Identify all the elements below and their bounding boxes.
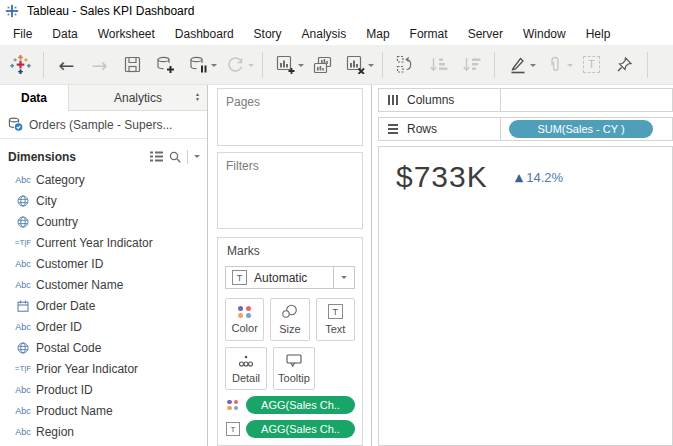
text-button[interactable]: T Text [316,298,355,341]
header-divider [187,150,188,164]
menu-worksheet[interactable]: Worksheet [88,24,165,44]
kpi-value: $733K [396,160,488,194]
rows-pill-sum-sales-cy[interactable]: SUM(Sales - CY ) [509,120,653,138]
sort-descending-icon[interactable] [455,50,488,80]
detail-button[interactable]: Detail [225,347,267,390]
run-auto-updates-caret-icon [248,64,254,70]
tooltip-icon [286,354,302,368]
filters-shelf[interactable]: Filters [217,152,363,229]
back-icon[interactable]: ← [50,50,83,80]
mark-type-dropdown[interactable]: T Automatic [225,266,355,289]
dimensions-menu-caret-icon[interactable] [194,155,200,161]
globe-icon [10,216,36,228]
title-bar: Tableau - Sales KPI Dashboard [0,0,673,22]
view-list-icon[interactable] [150,151,163,162]
toolbar-divider [647,52,648,78]
pane-expand-icon[interactable]: ▲▼ [195,92,200,102]
data-pane-tabs: Data Analytics ▲▼ [0,85,207,111]
color-button[interactable]: Color [225,298,264,341]
clear-sheet-caret-icon[interactable] [368,64,374,70]
marks-pill-row: AGG(Sales Ch.. [225,396,355,414]
kpi-delta: ▲ 14.2% [515,170,563,185]
worksheet-view[interactable]: $733K ▲ 14.2% [378,146,673,446]
rows-shelf-label: Rows [379,118,501,140]
menu-analysis[interactable]: Analysis [292,24,357,44]
marks-buttons-row-2: Detail Tooltip [225,347,355,390]
data-source-item[interactable]: Orders (Sample - Supers... [0,111,207,139]
globe-icon [10,195,36,207]
swap-rows-columns-icon[interactable] [389,50,422,80]
field-product-id[interactable]: AbcProduct ID [0,379,207,400]
menu-server[interactable]: Server [458,24,513,44]
color-icon [238,306,252,318]
rows-shelf[interactable]: Rows SUM(Sales - CY ) [378,117,673,141]
columns-shelf[interactable]: Columns [378,88,673,112]
columns-icon [388,95,398,105]
menu-format[interactable]: Format [400,24,458,44]
toolbar-divider [43,52,44,78]
pause-auto-updates-caret-icon[interactable] [211,64,217,70]
field-prior-year-indicator[interactable]: =T|FPrior Year Indicator [0,358,207,379]
tableau-logo-icon[interactable] [4,50,37,80]
abc-icon: Abc [10,259,36,269]
field-product-name[interactable]: AbcProduct Name [0,400,207,421]
menu-file[interactable]: File [3,24,42,44]
menu-help[interactable]: Help [576,24,621,44]
field-region[interactable]: AbcRegion [0,421,207,442]
tableau-window: Tableau - Sales KPI Dashboard File Data … [0,0,673,446]
detail-icon [238,354,254,368]
filters-label: Filters [218,153,362,173]
menu-data[interactable]: Data [42,24,87,44]
save-icon[interactable] [116,50,149,80]
forward-icon[interactable]: → [83,50,116,80]
highlight-caret-icon[interactable] [530,64,536,70]
new-data-source-icon[interactable] [149,50,182,80]
dimensions-title: Dimensions [8,150,150,164]
marks-buttons-row-1: Color Size T Text [225,298,355,341]
rows-label-text: Rows [407,122,437,136]
mark-type-caret-icon[interactable] [333,267,354,288]
delta-up-icon: ▲ [515,171,523,184]
group-members-caret-icon [567,64,573,70]
show-mark-labels-icon[interactable]: T [575,50,608,80]
field-order-date[interactable]: Order Date [0,295,207,316]
menu-story[interactable]: Story [244,24,292,44]
text-mark-icon: T [232,270,247,285]
data-source-label: Orders (Sample - Supers... [29,118,172,132]
sort-ascending-icon[interactable] [422,50,455,80]
field-current-year-indicator[interactable]: =T|FCurrent Year Indicator [0,232,207,253]
marks-pill-text[interactable]: AGG(Sales Ch.. [246,420,355,438]
marks-pill-color[interactable]: AGG(Sales Ch.. [246,396,355,414]
menu-dashboard[interactable]: Dashboard [165,24,244,44]
search-icon[interactable] [169,151,181,163]
field-postal-code[interactable]: Postal Code [0,337,207,358]
size-icon [281,304,298,319]
tab-analytics[interactable]: Analytics ▲▼ [68,85,207,111]
menu-map[interactable]: Map [356,24,399,44]
new-worksheet-caret-icon[interactable] [298,64,304,70]
field-category[interactable]: AbcCategory [0,169,207,190]
pages-shelf[interactable]: Pages [217,88,363,146]
pages-label: Pages [218,89,362,109]
abc-icon: Abc [10,280,36,290]
size-button[interactable]: Size [270,298,309,341]
abc-icon: Abc [10,427,36,437]
abc-icon: Abc [10,385,36,395]
color-icon [225,400,241,411]
abc-icon: Abc [10,175,36,185]
field-customer-id[interactable]: AbcCustomer ID [0,253,207,274]
field-customer-name[interactable]: AbcCustomer Name [0,274,207,295]
tooltip-button[interactable]: Tooltip [273,347,315,390]
menu-window[interactable]: Window [513,24,576,44]
tab-data[interactable]: Data [0,85,68,111]
duplicate-sheet-icon[interactable] [306,50,339,80]
field-city[interactable]: City [0,190,207,211]
marks-label: Marks [225,244,355,258]
columns-shelf-label: Columns [379,89,501,111]
tableau-app-icon [5,4,19,18]
field-country[interactable]: Country [0,211,207,232]
field-order-id[interactable]: AbcOrder ID [0,316,207,337]
menu-bar: File Data Worksheet Dashboard Story Anal… [0,22,673,45]
fix-axes-icon[interactable] [608,50,641,80]
marks-pill-row: T AGG(Sales Ch.. [225,420,355,438]
